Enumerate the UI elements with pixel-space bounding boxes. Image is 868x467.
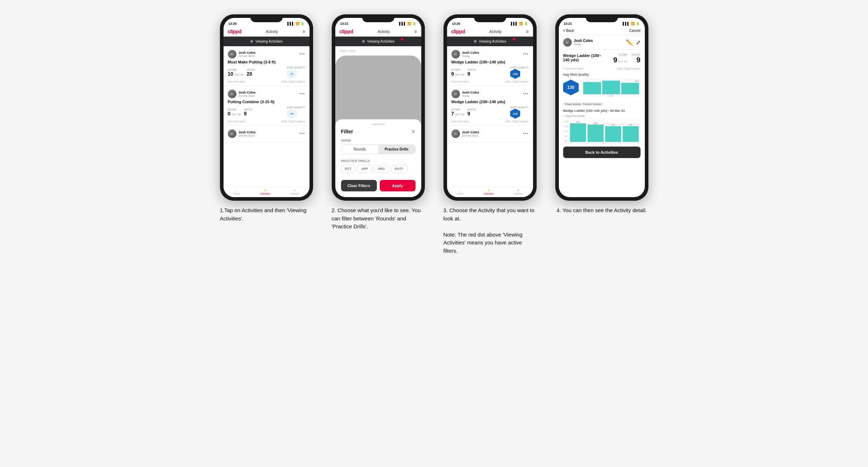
modal-header-2: Filter ✕ — [341, 129, 416, 134]
more-dots-1-2[interactable]: ••• — [299, 91, 305, 96]
card-footer-3-2: Test Information Data: Clippd Capture — [451, 120, 529, 123]
card-header-1-3: JC Josh Coles 28 Feb 2023 ••• — [228, 129, 305, 138]
bar-1-4 — [570, 123, 586, 142]
shot-quality-row-4: 130 130 APP — [563, 78, 641, 96]
nav-home-3[interactable]: ⌂ Home — [457, 189, 464, 195]
status-icons-2: ▌▌▌ 📶 🔋 — [399, 22, 416, 25]
viewing-banner-1[interactable]: ⚙ Viewing Activities — [224, 37, 310, 46]
menu-icon-2[interactable]: ≡ — [414, 29, 417, 34]
more-dots-3-1[interactable]: ••• — [523, 52, 529, 57]
phone-3: 13:20 ▌▌▌ 📶 🔋 clippd Activity ≡ — [443, 14, 537, 201]
detail-user-name-4: Josh Coles — [574, 39, 593, 43]
dashed-line-4 — [572, 124, 639, 124]
viewing-banner-2[interactable]: ⚙ Viewing Activities — [335, 37, 421, 46]
shots-value-1-2: 9 — [244, 111, 253, 116]
notch-4 — [586, 14, 618, 22]
detail-body-4: Wedge Ladder (100–140 yds) Score 9 OUT O… — [559, 50, 645, 197]
score-value-1-1: 10 — [228, 71, 234, 77]
drill-putt-2[interactable]: PUTT — [391, 165, 407, 173]
menu-icon-1[interactable]: ≡ — [302, 29, 305, 34]
sq-label-1-1: Shot Quality — [287, 66, 305, 69]
status-icons-4: ▌▌▌ 📶 🔋 — [623, 22, 639, 25]
user-info-3-2: Josh Coles Today — [462, 91, 479, 97]
expand-icon-4[interactable]: ⤢ — [636, 39, 641, 46]
activity-card-3-1[interactable]: JC Josh Coles Today ••• Wedge Ladder (10… — [447, 46, 533, 86]
nav-capture-label-1: Capture — [290, 192, 299, 195]
signal-icon-2: ▌▌▌ — [399, 22, 406, 25]
mini-bar-1 — [583, 82, 601, 94]
more-dots-3-3[interactable]: ••• — [523, 131, 529, 136]
nav-capture-1[interactable]: ⊕ Capture — [290, 189, 299, 195]
activity-card-1-2[interactable]: JC Josh Coles 28 Feb 2023 ••• Putting Co… — [224, 86, 310, 126]
status-time-4: 13:21 — [564, 22, 572, 25]
apply-button-2[interactable]: Apply — [380, 180, 416, 191]
close-button-2[interactable]: ✕ — [411, 129, 416, 134]
user-name-3-2: Josh Coles — [462, 91, 479, 94]
nav-activities-1[interactable]: ⚡ Activities — [260, 189, 270, 195]
detail-shots-section-4: Shots 9 — [632, 53, 640, 64]
bottom-nav-1: ⌂ Home ⚡ Activities ⊕ Capture — [224, 186, 310, 197]
sub-chart-label-4: — Avg Shot Quality — [563, 115, 641, 117]
avatar-3-3: JC — [451, 129, 460, 138]
card-user-1-3: JC Josh Coles 28 Feb 2023 — [228, 129, 256, 138]
footer-right-3-1: Data: Clippd Capture — [505, 80, 528, 83]
score-out-3-2: 7 OUT OF — [451, 111, 465, 116]
user-date-1-3: 28 Feb 2023 — [239, 134, 256, 137]
stats-row-1-2: Score 0 OUT OF Shots 9 — [228, 106, 305, 119]
cancel-button-4[interactable]: Cancel — [629, 29, 640, 33]
toggle-rounds-2[interactable]: Rounds — [341, 145, 378, 154]
user-info-1-1: Josh Coles 28 Feb 2023 — [239, 51, 256, 58]
score-group-1-1: Score 10 OUT OF — [228, 68, 244, 77]
back-activities-button-4[interactable]: Back to Activities — [563, 147, 641, 158]
avatar-1-1: JC — [228, 50, 236, 58]
app-logo-1: clippd — [228, 29, 241, 34]
signal-icon-3: ▌▌▌ — [511, 22, 518, 25]
more-dots-1-3[interactable]: ••• — [299, 131, 305, 136]
activity-card-1-1[interactable]: JC Josh Coles 28 Feb 2023 ••• Must Make … — [224, 46, 310, 86]
user-name-3-3: Josh Coles — [462, 130, 479, 134]
edit-icon-4[interactable]: ✏️ — [626, 39, 633, 46]
chart-x-label-4: APP — [583, 95, 639, 97]
chart-max-label-4: 130 — [634, 80, 638, 82]
bar-2-4 — [588, 125, 604, 142]
more-dots-1-1[interactable]: ••• — [299, 52, 305, 57]
show-label-2: Show — [341, 139, 416, 142]
nav-activities-label-3: Activities — [484, 192, 494, 195]
shot-quality-group-3-2: Shot Quality 118 — [510, 106, 528, 119]
activity-card-3-3[interactable]: JC Josh Coles 28 Feb 2023 ••• — [447, 126, 533, 143]
drill-arg-2[interactable]: ARG — [374, 165, 389, 173]
bar-col-3-4: 124 — [605, 124, 621, 142]
banner-label-1: Viewing Activities — [255, 39, 283, 43]
nav-home-label-1: Home — [234, 192, 240, 195]
card-user-3-2: JC Josh Coles Today — [451, 90, 479, 98]
red-dot-2 — [401, 38, 403, 40]
more-dots-3-2[interactable]: ••• — [523, 91, 529, 96]
card-header-1-2: JC Josh Coles 28 Feb 2023 ••• — [228, 90, 305, 98]
viewing-banner-3[interactable]: ⚙ Viewing Activities — [447, 37, 533, 46]
big-hexagon-4: 130 — [563, 80, 579, 95]
card-footer-3-1: Test Information Data: Clippd Capture — [451, 80, 529, 83]
activity-card-3-2[interactable]: JC Josh Coles Today ••• Wedge Ladder (10… — [447, 86, 533, 126]
shots-value-1-1: 20 — [246, 71, 255, 77]
card-user-3-3: JC Josh Coles 28 Feb 2023 — [451, 129, 479, 138]
drill-app-2[interactable]: APP — [358, 165, 372, 173]
drill-ott-2[interactable]: OTT — [341, 165, 355, 173]
nav-home-1[interactable]: ⌂ Home — [234, 189, 240, 195]
clear-filters-button-2[interactable]: Clear Filters — [341, 180, 377, 191]
score-value-1-2: 0 — [228, 111, 231, 116]
detail-score-section-4: Score 9 OUT OF — [613, 53, 627, 64]
user-name-3-1: Josh Coles — [462, 51, 479, 54]
activity-card-1-3[interactable]: JC Josh Coles 28 Feb 2023 ••• — [224, 126, 310, 143]
menu-icon-3[interactable]: ≡ — [526, 29, 528, 34]
back-button-4[interactable]: < Back — [563, 29, 574, 33]
drill-buttons-2: OTT APP ARG PUTT — [341, 165, 416, 173]
card-user-1-2: JC Josh Coles 28 Feb 2023 — [228, 90, 256, 98]
detail-user-4: JC Josh Coles Today — [563, 38, 593, 47]
toggle-group-2: Rounds Practice Drills — [341, 144, 416, 154]
card-footer-1-1: Test Information Data: Clippd Capture — [228, 80, 305, 83]
toggle-practice-2[interactable]: Practice Drills — [378, 145, 415, 154]
phone-4-inner: 13:21 ▌▌▌ 📶 🔋 < Back Cancel — [559, 18, 645, 197]
score-value-3-1: 9 — [451, 71, 454, 77]
nav-activities-3[interactable]: ⚡ Activities — [484, 189, 494, 195]
nav-capture-3[interactable]: ⊕ Capture — [514, 189, 523, 195]
